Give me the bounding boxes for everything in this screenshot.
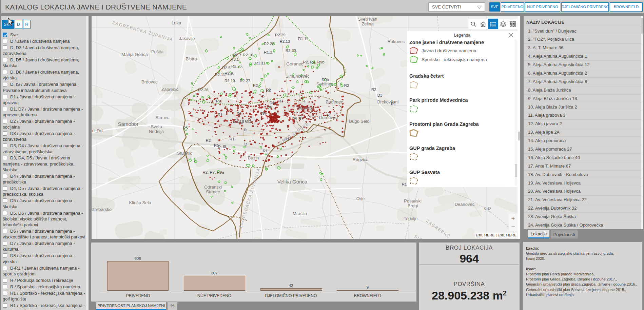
svg-text:R1: R1 — [218, 113, 223, 117]
svg-text:R2.30.: R2.30. — [286, 49, 297, 53]
svg-text:R2, R4, R9b: R2, R4, R9b — [303, 60, 324, 64]
svg-text:D3: D3 — [270, 101, 275, 105]
svg-text:Topolje: Topolje — [404, 216, 417, 221]
svg-text:Budenec: Budenec — [326, 99, 343, 104]
svg-text:R2.27.: R2.27. — [240, 79, 251, 83]
svg-text:R: R — [327, 113, 330, 117]
svg-text:Rakovec: Rakovec — [388, 39, 405, 44]
svg-text:R: R — [303, 99, 305, 103]
svg-text:Šimunčevec: Šimunčevec — [286, 74, 310, 79]
svg-text:Stupnik: Stupnik — [177, 151, 192, 156]
svg-text:R1.14.: R1.14. — [298, 37, 310, 41]
svg-text:R2: R2 — [237, 112, 242, 116]
svg-text:Nedelja: Nedelja — [149, 129, 164, 134]
svg-text:Pušća: Pušća — [151, 49, 164, 54]
svg-text:R1: R1 — [292, 117, 297, 121]
svg-text:R1: R1 — [285, 137, 290, 141]
svg-text:Dugo Selo: Dugo Selo — [349, 119, 370, 124]
svg-text:astrebarsko: astrebarsko — [92, 207, 112, 212]
svg-text:R2.16.: R2.16. — [243, 53, 254, 57]
svg-text:R2: R2 — [266, 88, 271, 92]
svg-text:Buzin: Buzin — [248, 155, 259, 160]
svg-text:Sesvete: Sesvete — [297, 105, 313, 111]
svg-text:R1: R1 — [298, 117, 304, 121]
svg-text:R5: R5 — [183, 126, 188, 130]
svg-text:R2.28.: R2.28. — [198, 88, 210, 92]
svg-text:Posavski: Posavski — [404, 198, 422, 204]
svg-text:R2: R2 — [371, 88, 376, 92]
svg-text:R1: R1 — [402, 182, 407, 186]
svg-text:D: D — [244, 128, 247, 132]
svg-text:D: D — [262, 95, 265, 99]
svg-text:Zaprešić: Zaprešić — [161, 87, 178, 92]
svg-text:Samobor: Samobor — [118, 121, 139, 127]
svg-text:Luka: Luka — [172, 20, 181, 25]
svg-text:R1: R1 — [261, 112, 267, 116]
svg-text:Sveti Ivan: Sveti Ivan — [358, 17, 377, 22]
svg-text:R2.23.: R2.23. — [264, 42, 275, 46]
svg-text:Križ: Križ — [484, 206, 491, 211]
svg-text:R1: R1 — [391, 102, 396, 106]
svg-text:Klinča Sela: Klinča Sela — [129, 200, 151, 205]
svg-text:Bistra: Bistra — [186, 56, 197, 61]
svg-text:Orle: Orle — [356, 196, 365, 201]
svg-text:Strmec: Strmec — [206, 189, 220, 194]
svg-text:R1: R1 — [263, 149, 268, 153]
svg-text:Jakovlje: Jakovlje — [179, 36, 195, 41]
svg-text:D, IS: D, IS — [218, 144, 227, 149]
svg-text:D6: D6 — [267, 105, 272, 109]
svg-text:R3.1: R3.1 — [231, 57, 239, 61]
svg-text:R9b: R9b — [321, 78, 329, 82]
svg-text:D3: D3 — [377, 93, 383, 97]
svg-text:R1: R1 — [230, 137, 235, 141]
svg-text:Deanovec: Deanovec — [455, 202, 475, 207]
svg-text:Velika Gorica: Velika Gorica — [277, 179, 308, 185]
svg-text:Zelina: Zelina — [362, 21, 374, 26]
svg-text:R2.25.: R2.25. — [231, 64, 243, 68]
svg-text:ni Dol: ni Dol — [92, 128, 103, 133]
svg-text:R2: R2 — [344, 83, 349, 88]
svg-text:Strmec: Strmec — [155, 115, 170, 120]
svg-text:Goranec: Goranec — [286, 61, 303, 66]
svg-text:R2: R2 — [253, 83, 258, 88]
svg-text:Brdovec: Brdovec — [141, 79, 158, 84]
svg-text:Soblinec: Soblinec — [316, 81, 333, 86]
svg-text:Bregi: Bregi — [408, 203, 418, 208]
svg-text:R2, R7, R9a: R2, R7, R9a — [202, 170, 224, 174]
svg-text:Marija Gorica: Marija Gorica — [121, 52, 148, 57]
svg-text:Sveta: Sveta — [151, 124, 162, 129]
svg-text:R2.11.: R2.11. — [215, 73, 226, 77]
svg-text:Mraclin: Mraclin — [293, 211, 307, 216]
svg-text:R2.13: R2.13 — [280, 39, 290, 43]
svg-text:Rugvica: Rugvica — [353, 157, 369, 162]
svg-text:R1.3.: R1.3. — [264, 50, 273, 54]
svg-text:R2.29.: R2.29. — [275, 33, 287, 37]
svg-text:R1: R1 — [278, 99, 284, 103]
svg-text:R2.10.: R2.10. — [225, 79, 236, 83]
svg-text:R2: R2 — [216, 99, 221, 103]
svg-text:R2: R2 — [206, 138, 211, 142]
svg-text:R2.5.: R2.5. — [222, 66, 232, 70]
svg-text:Zagreb: Zagreb — [233, 118, 251, 124]
svg-text:R1.11.: R1.11. — [255, 61, 266, 65]
svg-text:R2.7.: R2.7. — [233, 53, 242, 57]
svg-text:D: D — [245, 142, 247, 146]
svg-text:Odranski: Odranski — [204, 185, 222, 190]
